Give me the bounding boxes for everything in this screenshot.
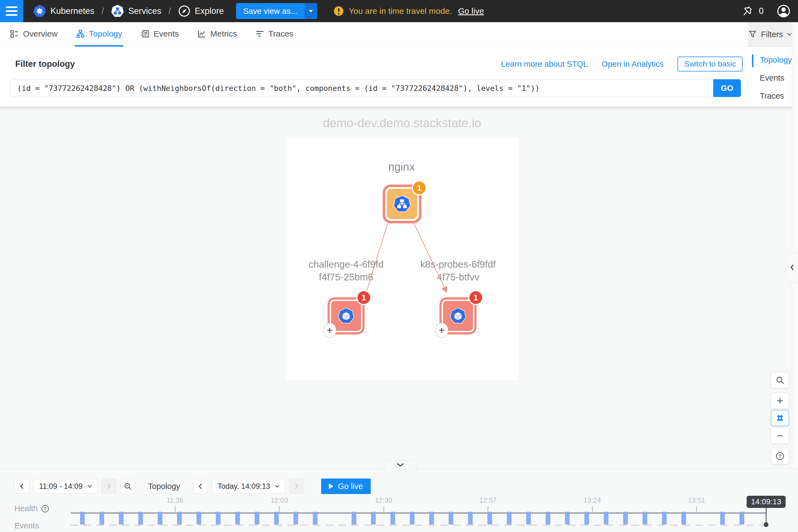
zoom-out-button[interactable]: −: [771, 428, 789, 443]
event-bar: [313, 512, 318, 525]
learn-more-stql-link[interactable]: Learn more about STQL: [501, 60, 588, 69]
event-bar: [584, 512, 589, 525]
node-badge: 1: [412, 180, 427, 195]
event-bar: [488, 512, 492, 525]
save-view-button[interactable]: Save view as...: [236, 3, 305, 19]
plus-icon: +: [777, 395, 783, 407]
time-cursor-dot[interactable]: [764, 522, 768, 527]
node-badge: 1: [468, 290, 483, 305]
breadcrumb-separator: /: [102, 6, 104, 16]
breadcrumb-item-explore[interactable]: Explore: [178, 5, 224, 17]
event-bar: [216, 512, 221, 525]
tick-label: 11:36: [167, 496, 184, 504]
event-bar: [740, 512, 744, 525]
time-cursor-line[interactable]: [766, 508, 767, 524]
event-bar: [429, 512, 434, 525]
event-bar: [681, 512, 686, 525]
go-live-link[interactable]: Go live: [458, 6, 484, 16]
question-mark-icon: ?: [776, 452, 784, 460]
time-cursor-badge[interactable]: 14:09:13: [747, 496, 786, 508]
save-view-split-button: Save view as...: [236, 3, 317, 19]
health-row-label: Health ?: [14, 504, 49, 513]
fit-to-screen-button[interactable]: [771, 410, 789, 426]
breadcrumb-label: Kubernetes: [51, 6, 94, 16]
tick-label: 12:03: [271, 496, 288, 504]
hamburger-menu-icon[interactable]: [0, 0, 23, 22]
metrics-icon: [197, 30, 206, 38]
topology-icon: [76, 30, 85, 38]
breadcrumb-item-services[interactable]: Services: [111, 5, 161, 17]
event-bar: [720, 512, 725, 525]
expand-node-button[interactable]: +: [435, 323, 448, 338]
previous-range-button[interactable]: [14, 479, 30, 494]
pin-count: 0: [759, 6, 764, 16]
event-bar: [196, 512, 201, 525]
search-button[interactable]: [771, 372, 789, 388]
active-view-indicator: [752, 54, 754, 67]
event-bar: [623, 512, 628, 525]
event-bar: [565, 512, 570, 525]
timeline-track[interactable]: 11:36 12:03 12:30 12:57 13:24 13:51 14:0…: [71, 469, 766, 532]
filters-button[interactable]: Filters: [748, 22, 792, 46]
kubernetes-icon: [33, 5, 46, 17]
save-view-dropdown-button[interactable]: [305, 3, 317, 19]
node-challenge[interactable]: 1 +: [327, 297, 365, 335]
pin-icon: [742, 5, 754, 17]
filter-panel-title: Filter topology: [15, 59, 75, 69]
quick-nav-traces[interactable]: Traces: [760, 92, 792, 100]
event-bar: [371, 512, 376, 525]
stql-query-input[interactable]: [10, 79, 713, 97]
filter-funnel-icon: [748, 30, 757, 39]
tab-events[interactable]: Events: [139, 22, 180, 46]
help-button[interactable]: ?: [771, 448, 789, 464]
tab-overview[interactable]: Overview: [9, 22, 59, 46]
help-circle-icon[interactable]: ?: [41, 505, 49, 513]
top-bar: Kubernetes / Services / Explore Save vie…: [0, 0, 798, 22]
node-label-challenge: challenge-4-6f9fd f4f75-25bm6: [291, 258, 401, 283]
event-bar: [546, 512, 550, 525]
open-in-analytics-link[interactable]: Open in Analytics: [602, 60, 664, 69]
events-row-label: Events: [14, 521, 39, 530]
breadcrumb-label: Explore: [195, 6, 224, 16]
tab-topology[interactable]: Topology: [75, 22, 123, 46]
event-bar: [526, 512, 531, 525]
right-panel-rail: [792, 22, 798, 469]
zoom-in-button[interactable]: +: [771, 393, 789, 409]
filter-topology-panel: Filter topology Learn more about STQL Op…: [0, 46, 798, 107]
event-bar: [138, 512, 143, 525]
tick-label: 13:51: [688, 496, 705, 504]
tab-metrics[interactable]: Metrics: [196, 22, 238, 46]
expand-right-panel-handle[interactable]: [786, 253, 798, 282]
event-bar: [352, 512, 356, 525]
node-nginx[interactable]: 1: [383, 185, 421, 223]
tab-label: Events: [153, 29, 179, 39]
tab-traces[interactable]: Traces: [254, 22, 295, 46]
tab-label: Topology: [89, 29, 122, 39]
tick-mark: [592, 506, 593, 512]
collapse-timeline-handle[interactable]: [384, 460, 417, 470]
expand-node-button[interactable]: +: [323, 323, 336, 338]
view-tab-bar: Overview Topology Events Metrics Traces …: [0, 22, 798, 47]
view-quick-nav: Topology Events Traces: [760, 55, 792, 110]
event-bar: [119, 512, 124, 525]
node-label-nginx: nginx: [346, 161, 457, 173]
event-bar: [391, 512, 395, 525]
node-k8s-probes[interactable]: 1 +: [439, 297, 477, 335]
breadcrumb-item-kubernetes[interactable]: Kubernetes: [33, 5, 94, 17]
filters-label: Filters: [761, 30, 783, 39]
tick-label: 12:30: [375, 496, 392, 504]
quick-nav-topology[interactable]: Topology: [760, 55, 792, 64]
switch-to-basic-button[interactable]: Switch to basic: [678, 57, 743, 72]
event-bar: [255, 512, 259, 525]
svg-text:?: ?: [44, 506, 46, 511]
event-bar: [449, 512, 453, 525]
go-button[interactable]: GO: [713, 79, 741, 97]
user-avatar-icon[interactable]: [776, 4, 791, 18]
overview-icon: [10, 30, 19, 38]
services-icon: [111, 5, 124, 17]
quick-nav-events[interactable]: Events: [760, 73, 792, 82]
breadcrumb: Kubernetes / Services / Explore: [33, 5, 224, 17]
pinned-views-button[interactable]: 0: [742, 5, 764, 17]
tick-mark: [383, 506, 384, 512]
node-label-k8s-probes: k8s-probes-6f9fdf 4f75-btfvv: [403, 258, 513, 283]
